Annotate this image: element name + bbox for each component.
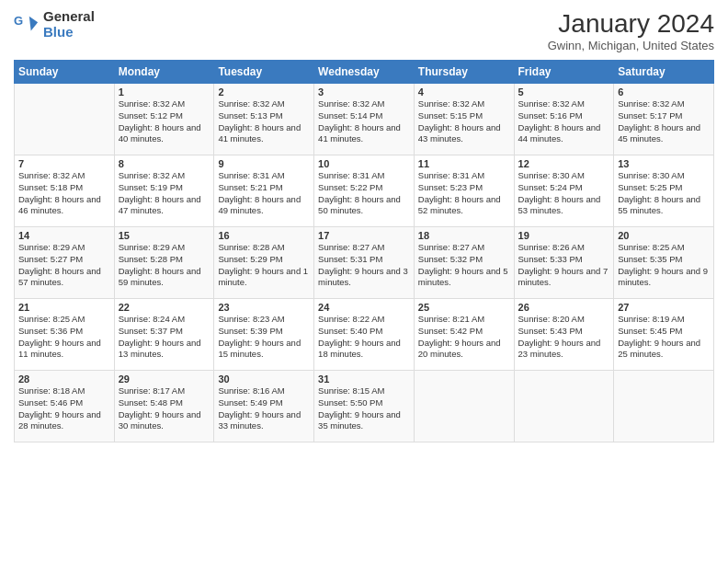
day-number: 21 xyxy=(18,302,110,313)
day-number: 23 xyxy=(218,302,310,313)
calendar-cell: 2 Sunrise: 8:32 AMSunset: 5:13 PMDayligh… xyxy=(214,84,314,155)
logo-text: General Blue xyxy=(43,9,95,40)
day-number: 2 xyxy=(218,86,310,98)
calendar-cell: 29 Sunrise: 8:17 AMSunset: 5:48 PMDaylig… xyxy=(114,371,214,442)
day-info: Sunrise: 8:25 AMSunset: 5:36 PMDaylight:… xyxy=(18,314,110,361)
calendar-cell: 18 Sunrise: 8:27 AMSunset: 5:32 PMDaylig… xyxy=(414,227,514,299)
calendar-cell: 17 Sunrise: 8:27 AMSunset: 5:31 PMDaylig… xyxy=(314,227,415,299)
day-number: 10 xyxy=(318,158,410,169)
day-number: 12 xyxy=(518,158,610,169)
day-info: Sunrise: 8:16 AMSunset: 5:49 PMDaylight:… xyxy=(218,385,310,432)
day-info: Sunrise: 8:15 AMSunset: 5:50 PMDaylight:… xyxy=(318,385,410,432)
calendar-cell: 10 Sunrise: 8:31 AMSunset: 5:22 PMDaylig… xyxy=(314,155,415,227)
day-info: Sunrise: 8:31 AMSunset: 5:21 PMDaylight:… xyxy=(218,170,310,217)
day-info: Sunrise: 8:29 AMSunset: 5:27 PMDaylight:… xyxy=(18,242,110,289)
calendar-week-2: 7 Sunrise: 8:32 AMSunset: 5:18 PMDayligh… xyxy=(15,155,714,227)
day-info: Sunrise: 8:30 AMSunset: 5:24 PMDaylight:… xyxy=(518,170,610,217)
day-number: 6 xyxy=(618,86,710,98)
day-number: 22 xyxy=(119,302,210,313)
day-number: 1 xyxy=(119,86,210,98)
location-subtitle: Gwinn, Michigan, United States xyxy=(548,39,714,52)
calendar-cell: 7 Sunrise: 8:32 AMSunset: 5:18 PMDayligh… xyxy=(15,155,115,227)
calendar-cell: 28 Sunrise: 8:18 AMSunset: 5:46 PMDaylig… xyxy=(15,371,115,442)
day-info: Sunrise: 8:20 AMSunset: 5:43 PMDaylight:… xyxy=(518,314,610,361)
day-number: 27 xyxy=(618,302,710,313)
calendar-cell xyxy=(514,371,614,442)
calendar-cell: 11 Sunrise: 8:31 AMSunset: 5:23 PMDaylig… xyxy=(414,155,514,227)
calendar-cell xyxy=(614,371,714,442)
calendar-table: Sunday Monday Tuesday Wednesday Thursday… xyxy=(14,60,714,442)
header-wednesday: Wednesday xyxy=(314,61,415,84)
calendar-cell: 4 Sunrise: 8:32 AMSunset: 5:15 PMDayligh… xyxy=(414,84,514,155)
day-number: 3 xyxy=(318,86,410,98)
day-number: 24 xyxy=(318,302,410,313)
day-number: 19 xyxy=(518,230,610,241)
calendar-cell: 27 Sunrise: 8:19 AMSunset: 5:45 PMDaylig… xyxy=(614,299,714,371)
calendar-cell: 21 Sunrise: 8:25 AMSunset: 5:36 PMDaylig… xyxy=(15,299,115,371)
day-info: Sunrise: 8:22 AMSunset: 5:40 PMDaylight:… xyxy=(318,314,410,361)
header-sunday: Sunday xyxy=(15,61,115,84)
day-info: Sunrise: 8:31 AMSunset: 5:23 PMDaylight:… xyxy=(418,170,510,217)
day-number: 8 xyxy=(119,158,210,169)
day-number: 30 xyxy=(218,373,310,385)
calendar-week-4: 21 Sunrise: 8:25 AMSunset: 5:36 PMDaylig… xyxy=(15,299,714,371)
day-info: Sunrise: 8:24 AMSunset: 5:37 PMDaylight:… xyxy=(119,314,210,361)
calendar-cell: 31 Sunrise: 8:15 AMSunset: 5:50 PMDaylig… xyxy=(314,371,415,442)
day-info: Sunrise: 8:32 AMSunset: 5:15 PMDaylight:… xyxy=(418,98,510,145)
calendar-cell: 12 Sunrise: 8:30 AMSunset: 5:24 PMDaylig… xyxy=(514,155,614,227)
day-info: Sunrise: 8:29 AMSunset: 5:28 PMDaylight:… xyxy=(119,242,210,289)
day-number: 15 xyxy=(119,230,210,241)
day-info: Sunrise: 8:27 AMSunset: 5:31 PMDaylight:… xyxy=(318,242,410,289)
title-block: January 2024 Gwinn, Michigan, United Sta… xyxy=(548,9,714,52)
header-friday: Friday xyxy=(514,61,614,84)
day-number: 9 xyxy=(218,158,310,169)
day-number: 26 xyxy=(518,302,610,313)
calendar-cell: 14 Sunrise: 8:29 AMSunset: 5:27 PMDaylig… xyxy=(15,227,115,299)
day-info: Sunrise: 8:32 AMSunset: 5:17 PMDaylight:… xyxy=(618,98,710,145)
calendar-cell: 23 Sunrise: 8:23 AMSunset: 5:39 PMDaylig… xyxy=(214,299,314,371)
logo-icon: G xyxy=(14,12,40,38)
day-info: Sunrise: 8:19 AMSunset: 5:45 PMDaylight:… xyxy=(618,314,710,361)
logo: G General Blue xyxy=(14,9,95,40)
day-number: 20 xyxy=(618,230,710,241)
day-number: 7 xyxy=(18,158,110,169)
day-number: 5 xyxy=(518,86,610,98)
calendar-cell: 13 Sunrise: 8:30 AMSunset: 5:25 PMDaylig… xyxy=(614,155,714,227)
calendar-week-3: 14 Sunrise: 8:29 AMSunset: 5:27 PMDaylig… xyxy=(15,227,714,299)
day-number: 18 xyxy=(418,230,510,241)
svg-marker-1 xyxy=(29,16,38,30)
header-saturday: Saturday xyxy=(614,61,714,84)
header-row: Sunday Monday Tuesday Wednesday Thursday… xyxy=(15,61,714,84)
day-info: Sunrise: 8:23 AMSunset: 5:39 PMDaylight:… xyxy=(218,314,310,361)
header-thursday: Thursday xyxy=(414,61,514,84)
day-info: Sunrise: 8:27 AMSunset: 5:32 PMDaylight:… xyxy=(418,242,510,289)
day-info: Sunrise: 8:32 AMSunset: 5:13 PMDaylight:… xyxy=(218,98,310,145)
day-number: 17 xyxy=(318,230,410,241)
calendar-cell: 30 Sunrise: 8:16 AMSunset: 5:49 PMDaylig… xyxy=(214,371,314,442)
day-number: 13 xyxy=(618,158,710,169)
day-info: Sunrise: 8:32 AMSunset: 5:18 PMDaylight:… xyxy=(18,170,110,217)
calendar-cell: 25 Sunrise: 8:21 AMSunset: 5:42 PMDaylig… xyxy=(414,299,514,371)
day-info: Sunrise: 8:26 AMSunset: 5:33 PMDaylight:… xyxy=(518,242,610,289)
calendar-cell: 3 Sunrise: 8:32 AMSunset: 5:14 PMDayligh… xyxy=(314,84,415,155)
calendar-cell: 1 Sunrise: 8:32 AMSunset: 5:12 PMDayligh… xyxy=(114,84,214,155)
calendar-cell: 16 Sunrise: 8:28 AMSunset: 5:29 PMDaylig… xyxy=(214,227,314,299)
day-number: 14 xyxy=(18,230,110,241)
day-info: Sunrise: 8:31 AMSunset: 5:22 PMDaylight:… xyxy=(318,170,410,217)
calendar-cell: 24 Sunrise: 8:22 AMSunset: 5:40 PMDaylig… xyxy=(314,299,415,371)
day-number: 31 xyxy=(318,373,410,385)
calendar-cell: 5 Sunrise: 8:32 AMSunset: 5:16 PMDayligh… xyxy=(514,84,614,155)
calendar-page: G General Blue January 2024 Gwinn, Michi… xyxy=(0,0,728,563)
calendar-cell: 19 Sunrise: 8:26 AMSunset: 5:33 PMDaylig… xyxy=(514,227,614,299)
day-number: 16 xyxy=(218,230,310,241)
day-info: Sunrise: 8:28 AMSunset: 5:29 PMDaylight:… xyxy=(218,242,310,289)
day-number: 28 xyxy=(18,373,110,385)
day-info: Sunrise: 8:21 AMSunset: 5:42 PMDaylight:… xyxy=(418,314,510,361)
day-info: Sunrise: 8:30 AMSunset: 5:25 PMDaylight:… xyxy=(618,170,710,217)
header: G General Blue January 2024 Gwinn, Michi… xyxy=(14,9,714,52)
day-number: 29 xyxy=(119,373,210,385)
day-info: Sunrise: 8:18 AMSunset: 5:46 PMDaylight:… xyxy=(18,385,110,432)
header-monday: Monday xyxy=(114,61,214,84)
calendar-cell: 8 Sunrise: 8:32 AMSunset: 5:19 PMDayligh… xyxy=(114,155,214,227)
day-number: 4 xyxy=(418,86,510,98)
